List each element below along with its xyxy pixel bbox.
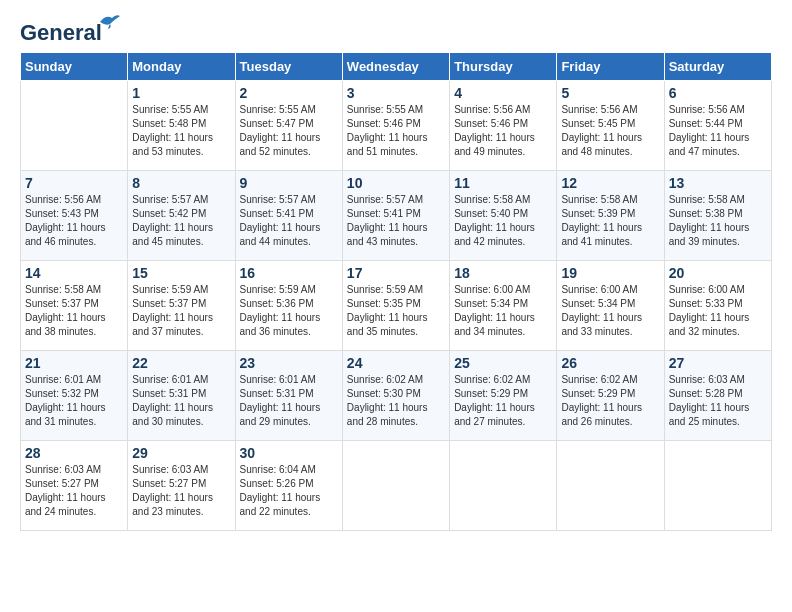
day-info: Sunrise: 5:58 AMSunset: 5:39 PMDaylight:… — [561, 193, 659, 249]
day-number: 10 — [347, 175, 445, 191]
calendar-cell — [557, 441, 664, 531]
calendar-cell: 2Sunrise: 5:55 AMSunset: 5:47 PMDaylight… — [235, 81, 342, 171]
weekday-header-row: SundayMondayTuesdayWednesdayThursdayFrid… — [21, 53, 772, 81]
day-info: Sunrise: 5:59 AMSunset: 5:36 PMDaylight:… — [240, 283, 338, 339]
weekday-header-tuesday: Tuesday — [235, 53, 342, 81]
logo: General — [20, 20, 102, 42]
day-info: Sunrise: 6:02 AMSunset: 5:30 PMDaylight:… — [347, 373, 445, 429]
calendar-cell: 11Sunrise: 5:58 AMSunset: 5:40 PMDayligh… — [450, 171, 557, 261]
calendar-cell: 9Sunrise: 5:57 AMSunset: 5:41 PMDaylight… — [235, 171, 342, 261]
day-info: Sunrise: 5:58 AMSunset: 5:37 PMDaylight:… — [25, 283, 123, 339]
day-info: Sunrise: 6:02 AMSunset: 5:29 PMDaylight:… — [454, 373, 552, 429]
day-number: 4 — [454, 85, 552, 101]
day-info: Sunrise: 5:55 AMSunset: 5:46 PMDaylight:… — [347, 103, 445, 159]
day-number: 18 — [454, 265, 552, 281]
weekday-header-wednesday: Wednesday — [342, 53, 449, 81]
day-info: Sunrise: 6:02 AMSunset: 5:29 PMDaylight:… — [561, 373, 659, 429]
calendar-cell: 29Sunrise: 6:03 AMSunset: 5:27 PMDayligh… — [128, 441, 235, 531]
day-info: Sunrise: 5:56 AMSunset: 5:43 PMDaylight:… — [25, 193, 123, 249]
day-info: Sunrise: 6:00 AMSunset: 5:33 PMDaylight:… — [669, 283, 767, 339]
day-number: 20 — [669, 265, 767, 281]
weekday-header-saturday: Saturday — [664, 53, 771, 81]
day-number: 28 — [25, 445, 123, 461]
calendar-cell — [664, 441, 771, 531]
calendar-cell: 19Sunrise: 6:00 AMSunset: 5:34 PMDayligh… — [557, 261, 664, 351]
calendar-cell — [21, 81, 128, 171]
day-number: 6 — [669, 85, 767, 101]
weekday-header-thursday: Thursday — [450, 53, 557, 81]
calendar-cell: 18Sunrise: 6:00 AMSunset: 5:34 PMDayligh… — [450, 261, 557, 351]
day-number: 3 — [347, 85, 445, 101]
calendar-cell: 3Sunrise: 5:55 AMSunset: 5:46 PMDaylight… — [342, 81, 449, 171]
calendar-table: SundayMondayTuesdayWednesdayThursdayFrid… — [20, 52, 772, 531]
calendar-cell: 24Sunrise: 6:02 AMSunset: 5:30 PMDayligh… — [342, 351, 449, 441]
calendar-cell: 1Sunrise: 5:55 AMSunset: 5:48 PMDaylight… — [128, 81, 235, 171]
calendar-cell — [342, 441, 449, 531]
calendar-cell: 30Sunrise: 6:04 AMSunset: 5:26 PMDayligh… — [235, 441, 342, 531]
page-header: General — [20, 20, 772, 42]
calendar-cell: 13Sunrise: 5:58 AMSunset: 5:38 PMDayligh… — [664, 171, 771, 261]
calendar-cell: 26Sunrise: 6:02 AMSunset: 5:29 PMDayligh… — [557, 351, 664, 441]
day-info: Sunrise: 5:58 AMSunset: 5:38 PMDaylight:… — [669, 193, 767, 249]
day-info: Sunrise: 5:57 AMSunset: 5:42 PMDaylight:… — [132, 193, 230, 249]
day-info: Sunrise: 6:03 AMSunset: 5:27 PMDaylight:… — [25, 463, 123, 519]
day-info: Sunrise: 5:56 AMSunset: 5:46 PMDaylight:… — [454, 103, 552, 159]
day-number: 2 — [240, 85, 338, 101]
day-info: Sunrise: 5:58 AMSunset: 5:40 PMDaylight:… — [454, 193, 552, 249]
logo-general: General — [20, 20, 102, 45]
calendar-week-row: 14Sunrise: 5:58 AMSunset: 5:37 PMDayligh… — [21, 261, 772, 351]
day-info: Sunrise: 6:00 AMSunset: 5:34 PMDaylight:… — [454, 283, 552, 339]
day-info: Sunrise: 5:59 AMSunset: 5:35 PMDaylight:… — [347, 283, 445, 339]
calendar-cell: 5Sunrise: 5:56 AMSunset: 5:45 PMDaylight… — [557, 81, 664, 171]
day-info: Sunrise: 6:00 AMSunset: 5:34 PMDaylight:… — [561, 283, 659, 339]
calendar-week-row: 28Sunrise: 6:03 AMSunset: 5:27 PMDayligh… — [21, 441, 772, 531]
day-number: 16 — [240, 265, 338, 281]
calendar-cell: 22Sunrise: 6:01 AMSunset: 5:31 PMDayligh… — [128, 351, 235, 441]
day-number: 17 — [347, 265, 445, 281]
day-number: 22 — [132, 355, 230, 371]
day-number: 14 — [25, 265, 123, 281]
day-info: Sunrise: 5:56 AMSunset: 5:45 PMDaylight:… — [561, 103, 659, 159]
calendar-week-row: 1Sunrise: 5:55 AMSunset: 5:48 PMDaylight… — [21, 81, 772, 171]
day-number: 8 — [132, 175, 230, 191]
day-number: 9 — [240, 175, 338, 191]
day-number: 5 — [561, 85, 659, 101]
calendar-cell: 7Sunrise: 5:56 AMSunset: 5:43 PMDaylight… — [21, 171, 128, 261]
calendar-cell: 15Sunrise: 5:59 AMSunset: 5:37 PMDayligh… — [128, 261, 235, 351]
weekday-header-friday: Friday — [557, 53, 664, 81]
day-info: Sunrise: 6:03 AMSunset: 5:27 PMDaylight:… — [132, 463, 230, 519]
day-info: Sunrise: 5:55 AMSunset: 5:48 PMDaylight:… — [132, 103, 230, 159]
calendar-cell: 8Sunrise: 5:57 AMSunset: 5:42 PMDaylight… — [128, 171, 235, 261]
calendar-cell: 17Sunrise: 5:59 AMSunset: 5:35 PMDayligh… — [342, 261, 449, 351]
day-info: Sunrise: 6:01 AMSunset: 5:31 PMDaylight:… — [132, 373, 230, 429]
day-number: 29 — [132, 445, 230, 461]
day-number: 11 — [454, 175, 552, 191]
day-info: Sunrise: 6:04 AMSunset: 5:26 PMDaylight:… — [240, 463, 338, 519]
calendar-cell: 6Sunrise: 5:56 AMSunset: 5:44 PMDaylight… — [664, 81, 771, 171]
day-number: 21 — [25, 355, 123, 371]
calendar-cell: 21Sunrise: 6:01 AMSunset: 5:32 PMDayligh… — [21, 351, 128, 441]
day-number: 13 — [669, 175, 767, 191]
day-number: 15 — [132, 265, 230, 281]
day-number: 26 — [561, 355, 659, 371]
calendar-cell: 10Sunrise: 5:57 AMSunset: 5:41 PMDayligh… — [342, 171, 449, 261]
day-info: Sunrise: 5:57 AMSunset: 5:41 PMDaylight:… — [240, 193, 338, 249]
calendar-cell — [450, 441, 557, 531]
day-info: Sunrise: 5:56 AMSunset: 5:44 PMDaylight:… — [669, 103, 767, 159]
calendar-cell: 20Sunrise: 6:00 AMSunset: 5:33 PMDayligh… — [664, 261, 771, 351]
day-number: 23 — [240, 355, 338, 371]
day-number: 30 — [240, 445, 338, 461]
calendar-cell: 23Sunrise: 6:01 AMSunset: 5:31 PMDayligh… — [235, 351, 342, 441]
day-number: 27 — [669, 355, 767, 371]
calendar-cell: 16Sunrise: 5:59 AMSunset: 5:36 PMDayligh… — [235, 261, 342, 351]
calendar-week-row: 21Sunrise: 6:01 AMSunset: 5:32 PMDayligh… — [21, 351, 772, 441]
day-number: 25 — [454, 355, 552, 371]
day-number: 24 — [347, 355, 445, 371]
day-number: 1 — [132, 85, 230, 101]
day-number: 7 — [25, 175, 123, 191]
day-number: 12 — [561, 175, 659, 191]
day-info: Sunrise: 5:55 AMSunset: 5:47 PMDaylight:… — [240, 103, 338, 159]
day-info: Sunrise: 6:01 AMSunset: 5:32 PMDaylight:… — [25, 373, 123, 429]
day-info: Sunrise: 6:03 AMSunset: 5:28 PMDaylight:… — [669, 373, 767, 429]
weekday-header-monday: Monday — [128, 53, 235, 81]
